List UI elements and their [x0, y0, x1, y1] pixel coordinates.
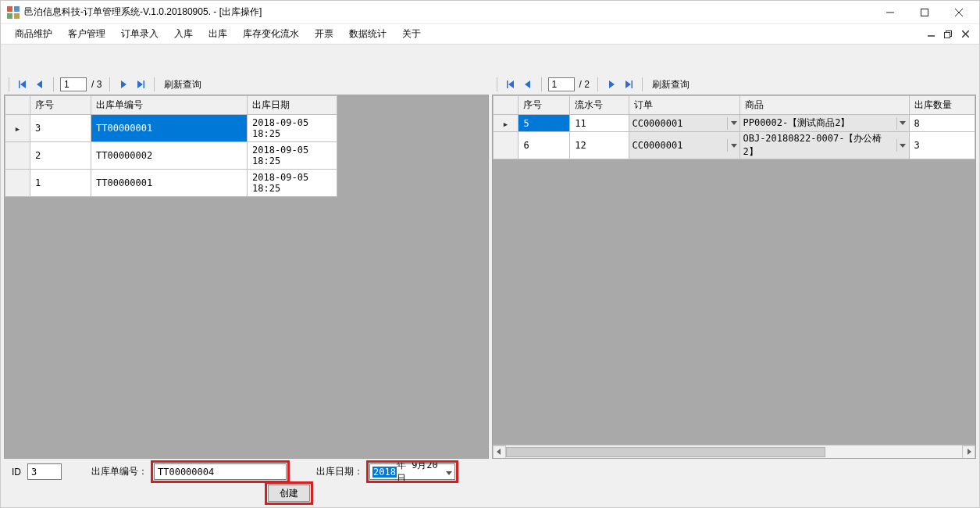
page-total: / 3 — [90, 79, 103, 90]
svg-marker-19 — [609, 80, 615, 88]
svg-marker-10 — [20, 80, 26, 88]
minimize-button[interactable] — [873, 2, 907, 23]
right-pane: / 2 刷新查询 序号 流水号 订单 商品 — [492, 48, 977, 504]
cell-doc[interactable]: TT00000001 — [91, 170, 248, 197]
col-flow[interactable]: 流水号 — [570, 96, 629, 115]
scroll-left-icon[interactable] — [493, 445, 506, 459]
mdi-restore-icon[interactable] — [940, 28, 956, 41]
cell-product[interactable]: PP00002-【测试商品2】 — [740, 115, 909, 132]
cell-date[interactable]: 2018-09-05 18:25 — [248, 115, 337, 142]
menu-products[interactable]: 商品维护 — [7, 24, 60, 44]
left-grid[interactable]: 序号 出库单编号 出库日期 ▶ 3 TT00000001 2018-09-05 … — [4, 95, 489, 459]
page-input[interactable] — [548, 77, 575, 91]
svg-rect-16 — [507, 80, 508, 88]
date-label: 出库日期： — [316, 465, 363, 478]
horizontal-scrollbar[interactable] — [493, 445, 976, 458]
svg-marker-11 — [37, 80, 42, 88]
svg-rect-9 — [19, 80, 20, 88]
prev-page-icon[interactable] — [521, 77, 535, 91]
svg-rect-6 — [945, 32, 950, 38]
cell-order[interactable]: CC0000001 — [629, 132, 740, 159]
mdi-minimize-icon[interactable] — [923, 28, 939, 41]
first-page-icon[interactable] — [504, 77, 518, 91]
app-icon — [7, 6, 20, 19]
prev-page-icon[interactable] — [33, 77, 47, 91]
cell-doc[interactable]: TT00000001 — [91, 115, 248, 142]
svg-rect-21 — [631, 80, 633, 88]
cell-qty[interactable]: 8 — [909, 115, 975, 132]
chevron-down-icon[interactable] — [727, 117, 739, 130]
docnum-field[interactable] — [154, 463, 287, 480]
table-row[interactable]: ▶ 3 TT00000001 2018-09-05 18:25 — [5, 115, 337, 142]
cell-qty[interactable]: 3 — [909, 132, 975, 159]
menu-order-entry[interactable]: 订单录入 — [113, 24, 166, 44]
col-product[interactable]: 商品 — [740, 96, 909, 115]
refresh-button-right[interactable]: 刷新查询 — [649, 78, 693, 91]
refresh-button-left[interactable]: 刷新查询 — [161, 78, 205, 91]
col-seq[interactable]: 序号 — [519, 96, 570, 115]
svg-marker-25 — [900, 144, 906, 148]
table-row[interactable]: ▶ 5 11 CC0000001 PP00002-【测试商品2】 8 — [493, 115, 975, 132]
svg-marker-24 — [731, 144, 737, 148]
cell-seq[interactable]: 1 — [30, 170, 91, 197]
page-input[interactable] — [60, 77, 87, 91]
col-date[interactable]: 出库日期 — [248, 96, 337, 115]
svg-marker-12 — [121, 80, 127, 88]
cell-order[interactable]: CC0000001 — [629, 115, 740, 132]
id-field[interactable] — [27, 463, 62, 480]
chevron-down-icon[interactable] — [446, 467, 452, 478]
close-button[interactable] — [942, 2, 976, 23]
chevron-down-icon[interactable] — [896, 139, 909, 152]
date-picker[interactable]: 2018年 9月20日 — [369, 463, 455, 480]
next-page-icon[interactable] — [604, 77, 618, 91]
last-page-icon[interactable] — [622, 77, 636, 91]
grid-corner — [5, 96, 30, 115]
window-title: 邑泊信息科技-订单管理系统-V.1.0.20180905. - [出库操作] — [24, 5, 873, 19]
table-row[interactable]: 6 12 CC0000001 OBJ-20180822-0007-【办公椅2】 … — [493, 132, 975, 159]
last-page-icon[interactable] — [134, 77, 148, 91]
menu-about[interactable]: 关于 — [394, 24, 429, 44]
col-qty[interactable]: 出库数量 — [909, 96, 975, 115]
next-page-icon[interactable] — [116, 77, 130, 91]
col-seq[interactable]: 序号 — [30, 96, 91, 115]
cell-doc[interactable]: TT00000002 — [91, 142, 248, 170]
col-order[interactable]: 订单 — [629, 96, 740, 115]
grid-corner — [493, 96, 519, 115]
mdi-close-icon[interactable] — [957, 28, 973, 41]
cell-seq[interactable]: 3 — [30, 115, 91, 142]
cell-seq[interactable]: 6 — [519, 132, 570, 159]
cell-date[interactable]: 2018-09-05 18:25 — [248, 142, 337, 170]
cell-date[interactable]: 2018-09-05 18:25 — [248, 170, 337, 197]
cell-seq[interactable]: 2 — [30, 142, 91, 170]
scroll-right-icon[interactable] — [962, 445, 975, 459]
menu-customers[interactable]: 客户管理 — [60, 24, 113, 44]
menu-invoice[interactable]: 开票 — [307, 24, 341, 44]
row-pointer-icon: ▶ — [5, 115, 30, 142]
table-row[interactable]: 2 TT00000002 2018-09-05 18:25 — [5, 142, 337, 170]
cell-flow[interactable]: 11 — [570, 115, 629, 132]
scroll-thumb[interactable] — [506, 447, 825, 457]
cell-product[interactable]: OBJ-20180822-0007-【办公椅2】 — [740, 132, 909, 159]
cell-seq[interactable]: 5 — [519, 115, 570, 132]
menu-outbound[interactable]: 出库 — [201, 24, 235, 44]
left-paginator: / 3 刷新查询 — [4, 74, 489, 95]
maximize-button[interactable] — [907, 2, 942, 23]
menu-inventory-flow[interactable]: 库存变化流水 — [235, 24, 307, 44]
chevron-down-icon[interactable] — [896, 117, 909, 130]
menu-inbound[interactable]: 入库 — [166, 24, 201, 44]
row-pointer-icon: ▶ — [493, 115, 519, 132]
right-top-strip — [492, 48, 977, 74]
first-page-icon[interactable] — [16, 77, 30, 91]
svg-marker-27 — [968, 449, 971, 455]
date-year-selected: 2018 — [372, 467, 397, 478]
create-button[interactable]: 创建 — [268, 485, 310, 502]
date-rest: 年 9月20日 — [397, 459, 446, 485]
scroll-track[interactable] — [506, 445, 963, 459]
right-grid[interactable]: 序号 流水号 订单 商品 出库数量 ▶ 5 11 CC0000001 PP000… — [492, 95, 977, 459]
chevron-down-icon[interactable] — [727, 139, 739, 152]
col-doc[interactable]: 出库单编号 — [91, 96, 248, 115]
menu-statistics[interactable]: 数据统计 — [341, 24, 394, 44]
table-row[interactable]: 1 TT00000001 2018-09-05 18:25 — [5, 170, 337, 197]
cell-flow[interactable]: 12 — [570, 132, 629, 159]
row-header — [5, 170, 30, 197]
